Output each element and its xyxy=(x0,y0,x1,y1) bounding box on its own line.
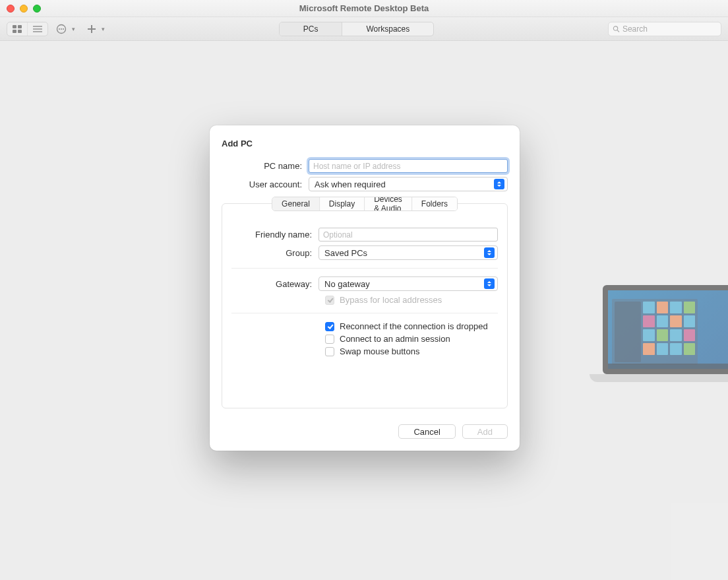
friendly-name-label: Friendly name: xyxy=(231,230,318,240)
add-button[interactable]: Add xyxy=(462,424,508,439)
search-input[interactable] xyxy=(622,24,717,34)
svg-point-10 xyxy=(63,28,64,30)
swap-label: Swap mouse buttons xyxy=(340,346,419,356)
svg-rect-6 xyxy=(33,31,42,32)
add-pc-dialog: Add PC PC name: User account: Ask when r… xyxy=(210,125,520,451)
svg-rect-3 xyxy=(18,30,22,33)
pc-name-label: PC name: xyxy=(222,161,309,171)
gateway-popup[interactable]: No gateway xyxy=(318,276,498,291)
titlebar: Microsoft Remote Desktop Beta xyxy=(0,0,728,17)
swap-checkbox[interactable] xyxy=(325,347,334,356)
grid-view-button[interactable] xyxy=(7,22,27,36)
svg-rect-12 xyxy=(88,28,96,30)
search-field[interactable] xyxy=(608,22,721,36)
admin-checkbox-row[interactable]: Connect to an admin session xyxy=(325,334,498,344)
admin-checkbox[interactable] xyxy=(325,335,334,344)
user-account-label: User account: xyxy=(222,179,309,189)
tab-folders[interactable]: Folders xyxy=(411,197,457,210)
reconnect-label: Reconnect if the connection is dropped xyxy=(340,321,488,331)
grid-icon xyxy=(13,25,22,33)
svg-rect-0 xyxy=(13,25,16,28)
group-value: Saved PCs xyxy=(324,248,367,258)
swap-checkbox-row[interactable]: Swap mouse buttons xyxy=(325,346,498,356)
list-icon xyxy=(33,25,42,33)
reconnect-checkbox[interactable] xyxy=(325,322,334,331)
svg-rect-2 xyxy=(13,30,16,33)
user-account-value: Ask when required xyxy=(315,179,386,189)
svg-point-13 xyxy=(613,26,617,30)
svg-point-9 xyxy=(61,28,62,30)
group-label: Group: xyxy=(231,248,318,258)
list-view-button[interactable] xyxy=(27,22,47,36)
svg-rect-5 xyxy=(33,28,42,30)
tab-display[interactable]: Display xyxy=(319,197,364,210)
bypass-checkbox xyxy=(325,296,334,305)
cancel-button[interactable]: Cancel xyxy=(398,424,455,439)
tab-devices-audio[interactable]: Devices & Audio xyxy=(364,197,411,210)
svg-point-8 xyxy=(59,28,60,30)
plus-icon xyxy=(87,24,96,34)
view-segment xyxy=(7,22,48,36)
user-account-popup[interactable]: Ask when required xyxy=(309,177,508,191)
svg-line-14 xyxy=(617,30,619,32)
dialog-title: Add PC xyxy=(222,139,508,148)
toolbar: ▾ ▾ PCs Workspaces xyxy=(0,17,728,41)
tab-pcs[interactable]: PCs xyxy=(280,22,342,36)
bypass-checkbox-row: Bypass for local addresses xyxy=(325,295,498,305)
gateway-value: No gateway xyxy=(324,279,370,289)
divider xyxy=(231,268,498,269)
bypass-label: Bypass for local addresses xyxy=(340,295,442,305)
pc-name-input[interactable] xyxy=(309,159,508,173)
settings-tabwell: General Display Devices & Audio Folders … xyxy=(222,203,508,408)
tab-workspaces[interactable]: Workspaces xyxy=(342,22,433,36)
window-title: Microsoft Remote Desktop Beta xyxy=(0,3,728,13)
popup-arrows-icon xyxy=(484,278,495,289)
friendly-name-input[interactable] xyxy=(318,228,498,242)
main-tabs: PCs Workspaces xyxy=(279,22,434,36)
dialog-footer: Cancel Add xyxy=(222,424,508,439)
popup-arrows-icon xyxy=(484,247,495,258)
popup-arrows-icon xyxy=(494,179,504,189)
options-dropdown[interactable]: ▾ xyxy=(56,24,75,34)
add-dropdown[interactable]: ▾ xyxy=(87,24,105,34)
tab-general[interactable]: General xyxy=(272,197,319,210)
divider xyxy=(231,313,498,313)
gateway-label: Gateway: xyxy=(231,279,318,289)
group-popup[interactable]: Saved PCs xyxy=(318,245,498,260)
svg-rect-4 xyxy=(33,26,42,27)
reconnect-checkbox-row[interactable]: Reconnect if the connection is dropped xyxy=(325,321,498,331)
admin-label: Connect to an admin session xyxy=(340,334,450,344)
svg-rect-1 xyxy=(18,25,22,28)
ellipsis-circle-icon xyxy=(56,24,67,34)
settings-tabs: General Display Devices & Audio Folders xyxy=(272,197,458,211)
search-icon xyxy=(613,25,620,33)
